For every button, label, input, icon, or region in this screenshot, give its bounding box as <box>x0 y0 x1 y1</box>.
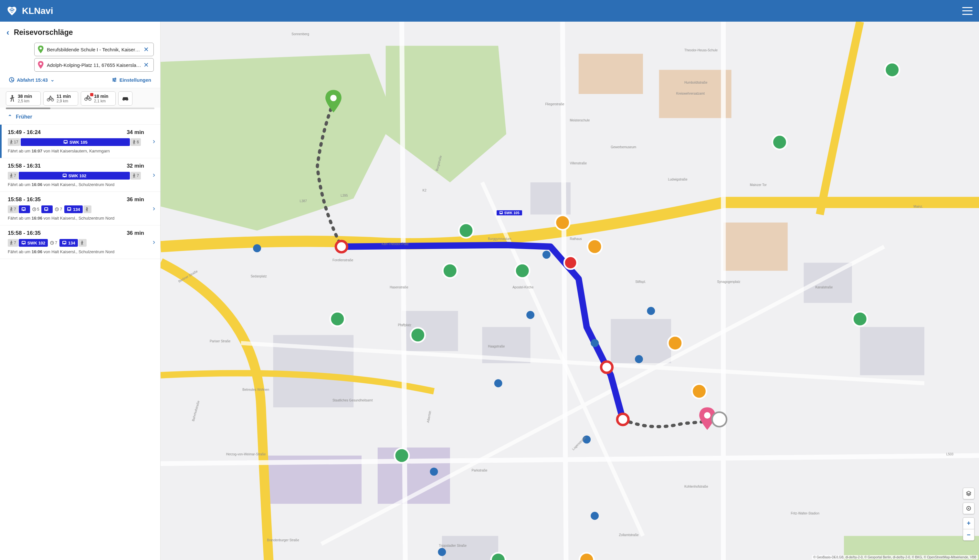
walk-icon <box>9 95 15 102</box>
origin-pin-icon <box>38 45 43 53</box>
svg-point-75 <box>526 311 534 319</box>
map-label: Humboldtstraße <box>684 81 707 84</box>
map-label: Fritz-Walter-Stadion <box>791 512 819 515</box>
svg-point-79 <box>647 307 655 315</box>
svg-point-22 <box>66 143 67 144</box>
map-label: Sonnenberg <box>292 32 309 36</box>
result-item[interactable]: 15:49 - 16:24 34 min 17SWK 1056 Fährt ab… <box>0 125 160 158</box>
svg-point-98 <box>692 384 707 398</box>
mode-bike-duration: 11 min <box>57 94 71 99</box>
result-item[interactable]: 15:58 - 16:31 32 min 7SWK 1027 Fährt ab … <box>0 158 160 192</box>
mode-walk[interactable]: 38 min 2,5 km <box>6 92 41 106</box>
results-list: 15:49 - 16:24 34 min 17SWK 1056 Fährt ab… <box>0 125 160 560</box>
clear-origin-button[interactable]: ✕ <box>142 45 150 53</box>
svg-rect-109 <box>500 212 502 213</box>
svg-point-7 <box>113 80 114 80</box>
svg-point-34 <box>24 210 25 211</box>
map[interactable]: SWK 105 Sonnenberg Theodor-Heuss-Schule … <box>160 22 979 560</box>
expand-chevron-icon[interactable]: › <box>153 205 155 213</box>
back-button[interactable]: ‹ <box>7 27 9 37</box>
map-label: Pfaffplatz <box>398 323 412 327</box>
origin-input[interactable]: Berufsbildende Schule I - Technik, Kaise… <box>34 43 154 56</box>
header: KLNavi <box>0 0 979 22</box>
layers-button[interactable] <box>963 488 974 499</box>
expand-chevron-icon[interactable]: › <box>153 238 155 247</box>
chevron-up-icon: ⌃ <box>8 114 12 120</box>
destination-input[interactable]: Adolph-Kolping-Platz 11, 67655 Kaisersla… <box>34 58 154 72</box>
layers-icon <box>966 490 972 497</box>
clear-destination-button[interactable]: ✕ <box>142 61 150 69</box>
result-item[interactable]: 15:58 - 16:35 36 min 757134 Fährt ab um … <box>0 192 160 225</box>
map-label: Parkstraße <box>472 468 487 472</box>
map-label: L395 <box>340 194 348 197</box>
mode-tabs: 38 min 2,5 km 11 min 2,9 km 18 min 2, <box>0 88 160 108</box>
svg-point-99 <box>772 135 787 150</box>
segments-bar: 7SWK 1027134 <box>8 239 154 247</box>
svg-point-0 <box>11 11 12 12</box>
map-label: Karl-Theodor-Platz <box>382 242 409 246</box>
svg-point-6 <box>115 78 116 79</box>
mode-car[interactable] <box>118 92 132 106</box>
bus-icon <box>499 211 503 215</box>
locate-icon <box>966 505 972 511</box>
segment-bus: SWK 102 <box>19 239 48 247</box>
svg-point-84 <box>336 241 347 252</box>
svg-point-94 <box>330 312 345 326</box>
mode-ebike[interactable]: 18 min 2,1 km <box>81 92 116 106</box>
route-badge[interactable]: SWK 105 <box>496 210 522 216</box>
zoom-out-button[interactable]: − <box>963 529 974 541</box>
svg-point-76 <box>494 379 502 387</box>
svg-rect-65 <box>724 223 788 271</box>
map-label: Theodor-Heuss-Schule <box>684 48 717 52</box>
zoom-in-button[interactable]: + <box>963 517 974 529</box>
svg-point-2 <box>40 63 42 65</box>
svg-point-1 <box>40 47 42 49</box>
svg-point-78 <box>635 355 643 363</box>
svg-point-17 <box>126 100 128 101</box>
sliders-icon <box>112 77 117 82</box>
svg-rect-61 <box>402 311 458 351</box>
settings-button[interactable]: Einstellungen <box>112 77 151 83</box>
svg-point-73 <box>542 251 550 259</box>
svg-rect-42 <box>68 208 70 210</box>
expand-chevron-icon[interactable]: › <box>153 171 155 179</box>
svg-point-38 <box>45 210 45 211</box>
map-label: Stiftspl. <box>635 280 646 283</box>
duration: 32 min <box>127 163 144 169</box>
header-brand[interactable]: KLNavi <box>7 5 53 17</box>
map-label: Herzog-von-Weimar-Straße <box>226 452 266 456</box>
locate-button[interactable] <box>963 503 974 514</box>
svg-point-101 <box>885 63 899 77</box>
mode-walk-duration: 38 min <box>18 94 32 99</box>
mode-ebike-distance: 2,1 km <box>94 99 108 103</box>
svg-point-91 <box>587 239 602 254</box>
map-label: Rathaus <box>570 237 582 241</box>
earlier-button[interactable]: ⌃ Früher <box>0 109 160 125</box>
result-item[interactable]: 15:58 - 16:35 36 min 7SWK 1027134 Fährt … <box>0 225 160 259</box>
svg-point-89 <box>443 263 457 278</box>
mode-ebike-duration: 18 min <box>94 94 108 99</box>
svg-point-54 <box>63 244 63 245</box>
map-label: Kohlenhofstraße <box>684 485 708 488</box>
svg-point-104 <box>564 257 577 269</box>
svg-point-86 <box>617 414 629 425</box>
duration: 36 min <box>127 230 144 237</box>
duration: 36 min <box>127 197 144 203</box>
map-canvas <box>160 22 979 560</box>
duration: 34 min <box>127 129 144 136</box>
map-label: Trippstadter Straße <box>439 544 467 547</box>
svg-point-74 <box>590 339 599 347</box>
settings-label: Einstellungen <box>120 77 151 83</box>
svg-rect-71 <box>860 327 924 375</box>
sidebar: ‹ Reisevorschläge Berufsbildende Schule … <box>0 22 160 560</box>
mode-bike[interactable]: 11 min 2,9 km <box>43 92 78 106</box>
svg-rect-37 <box>45 208 47 210</box>
expand-chevron-icon[interactable]: › <box>153 137 155 146</box>
svg-point-107 <box>712 412 727 427</box>
svg-point-96 <box>491 553 505 560</box>
result-detail: Fährt ab um 16:06 von Halt Kaisersl., Sc… <box>8 249 154 254</box>
mode-bike-distance: 2,9 km <box>57 99 71 103</box>
departure-time-button[interactable]: Abfahrt 15:43 ⌄ <box>9 77 55 83</box>
menu-button[interactable] <box>962 7 972 15</box>
bike-icon <box>47 96 54 102</box>
